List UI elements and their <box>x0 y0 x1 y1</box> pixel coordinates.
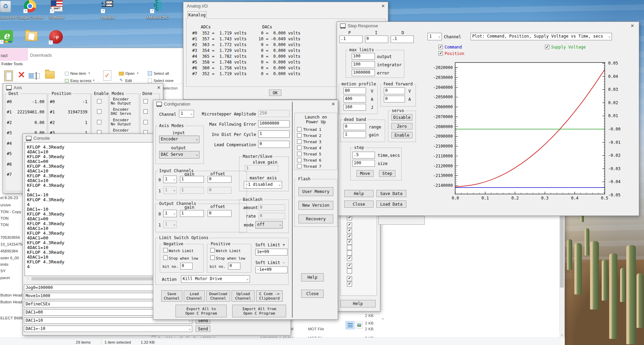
list-chevron-icon[interactable]: ⌄ <box>381 316 384 320</box>
io-bit-checkbox[interactable] <box>347 234 352 239</box>
console-command-input[interactable]: DAC1=00 <box>24 309 192 316</box>
servo-enable-button[interactable]: Enable <box>391 132 412 138</box>
output-row0-gain[interactable]: 1 <box>180 210 204 217</box>
io-help-button[interactable]: Help <box>340 300 376 307</box>
desktop-icon-shiftware[interactable]: SHIFT ➚ Shiftware <box>45 0 69 24</box>
axis-done-checkbox[interactable] <box>143 120 148 124</box>
step-time-input[interactable]: .5 <box>352 152 375 158</box>
ccode-clipboard-button[interactable]: C Code -> Clipboard <box>256 290 283 302</box>
dead-gain-input[interactable]: 1 <box>344 131 366 138</box>
paste-icon[interactable] <box>4 70 13 81</box>
io-bit-checkbox[interactable] <box>347 222 352 227</box>
dead-range-input[interactable]: 0 <box>344 123 366 130</box>
console-command-input[interactable]: DAC1=-10 <box>24 326 192 332</box>
lead-compensation-input[interactable]: 0 <box>258 141 290 148</box>
hscroll-left-arrow[interactable]: ‹ <box>26 276 30 281</box>
nav-fragment[interactable]: el 8-26-23 <box>0 196 18 200</box>
console-command-input[interactable]: Move1=1000 <box>24 293 192 299</box>
nav-fragment[interactable]: pacer <box>0 276 10 280</box>
ribbon-easy-access[interactable]: Easy access <box>70 79 92 83</box>
io-bit-checkbox[interactable] <box>347 281 352 287</box>
nav-fragment[interactable]: Button Head <box>0 300 22 304</box>
export-all-button[interactable]: Export All to Open C Program <box>176 305 227 317</box>
explorer-scrollbar[interactable] <box>559 85 564 332</box>
max-output-input[interactable]: 100 <box>352 53 375 60</box>
rename-icon[interactable] <box>29 73 40 79</box>
nav-fragment[interactable]: TON <box>0 216 9 221</box>
console-log-area[interactable] <box>25 142 289 276</box>
ribbon-select-none[interactable]: Select none <box>154 79 173 83</box>
ribbon-edit[interactable]: Edit <box>125 79 132 83</box>
io-bit-checkbox[interactable] <box>347 256 352 261</box>
servo-disable-button[interactable]: Disable <box>391 114 412 121</box>
thread-checkbox[interactable] <box>297 152 302 156</box>
pos-stop-low-checkbox[interactable] <box>210 256 215 260</box>
ribbon-select-all[interactable]: Select all <box>154 71 169 76</box>
nav-fragment[interactable]: SY <box>0 269 5 273</box>
file-name-fragment[interactable]: 026 <box>213 327 220 331</box>
axis-done-checkbox[interactable] <box>143 99 148 104</box>
io-bit-checkbox[interactable] <box>347 268 352 274</box>
nav-fragment[interactable]: Button Head <box>0 293 22 298</box>
backlash-mode-dropdown[interactable]: off <box>255 221 283 229</box>
desktop-icon-p-chat[interactable]: :-p ➚ <box>48 30 65 46</box>
config-close-button[interactable]: Close <box>301 290 324 298</box>
channel-dropdown[interactable]: 1 <box>428 33 442 40</box>
io-bit-checkbox[interactable] <box>347 228 352 233</box>
console-send-button[interactable]: Send <box>196 285 210 291</box>
supply-voltage-checkbox[interactable] <box>545 45 549 49</box>
file-name[interactable]: Small Motor On Big Card 2026-Y <box>158 336 215 341</box>
desktop-icon-folder[interactable] <box>24 30 40 46</box>
console-hscrollbar[interactable] <box>25 276 288 281</box>
io-bit-checkbox[interactable] <box>347 250 352 256</box>
download-channel-button[interactable]: Download Channel <box>206 290 230 302</box>
ribbon-new-item[interactable]: New item <box>70 71 86 76</box>
output-mode-dropdown[interactable]: DAC Servo <box>159 151 199 158</box>
load-channel-button[interactable]: Load Channel <box>184 290 205 302</box>
io-bit-checkbox[interactable] <box>347 276 352 281</box>
master-axis-dropdown[interactable]: -1 disabled <box>244 181 282 189</box>
console-send-button[interactable]: Send <box>196 293 210 299</box>
slave-gain-input[interactable]: 1 <box>245 165 278 172</box>
io-bit-checkbox[interactable] <box>347 239 352 245</box>
delete-icon[interactable]: ✕ <box>16 70 27 81</box>
inv-dist-input[interactable]: 1 <box>258 130 290 138</box>
axis-done-checkbox[interactable] <box>143 109 148 114</box>
scrollbar-down-arrow[interactable]: ⌄ <box>559 332 564 337</box>
save-data-button[interactable]: Save Data <box>376 190 406 197</box>
axis-enable-checkbox[interactable] <box>97 109 101 114</box>
step-button[interactable]: Step <box>379 170 395 177</box>
accel-input[interactable]: 400 <box>344 96 366 102</box>
config-channel-dropdown[interactable]: 1 <box>179 110 194 118</box>
thread-checkbox[interactable] <box>297 158 302 162</box>
nav-fragment[interactable]: 705303656 <box>0 235 20 240</box>
console-send-button[interactable]: Send <box>196 309 210 316</box>
desktop-icon-recycle-bin[interactable]: ♻ Recycle Bin <box>0 0 18 24</box>
desktop-icon-kmotion[interactable]: DM ✛ ➚ KMotion <box>96 0 120 24</box>
axis-enable-checkbox[interactable] <box>97 130 101 135</box>
soft-limit-minus-input[interactable]: -1e+09 <box>255 266 288 273</box>
upload-channel-button[interactable]: Upload Channel <box>232 290 255 302</box>
thread-checkbox[interactable] <box>297 133 302 138</box>
i-input[interactable]: 0 <box>365 36 388 43</box>
io-bit-checkbox[interactable] <box>347 263 352 268</box>
view-details-toggle[interactable] <box>346 321 354 329</box>
ff-velocity-input[interactable]: 0 <box>384 87 405 94</box>
axis-enable-checkbox[interactable] <box>97 120 101 124</box>
neg-bit-input[interactable]: 0 <box>180 263 193 270</box>
desktop-icon-internet-explorer[interactable]: e ➚ <box>0 30 16 46</box>
nav-fragment[interactable]: ELECT B688 <box>0 316 23 320</box>
properties-icon[interactable]: ✓ <box>103 70 111 81</box>
nav-fragment[interactable]: ursive <box>0 203 11 207</box>
input-mode-dropdown[interactable]: Encoder <box>159 136 199 143</box>
user-memory-button[interactable]: User Memory <box>298 187 333 196</box>
view-thumbnails-toggle[interactable] <box>356 322 363 329</box>
nav-fragment[interactable]: imits <box>0 262 9 267</box>
input-row0-channel[interactable]: 1 <box>163 176 177 183</box>
console-send-button[interactable]: Send <box>196 326 210 332</box>
jerk-input[interactable]: 160 <box>344 104 366 111</box>
nav-fragment[interactable]: TON <box>0 223 9 227</box>
ribbon-open[interactable]: Open <box>125 71 135 76</box>
servo-zero-button[interactable]: Zero <box>391 123 412 129</box>
console-send-button[interactable]: Send <box>196 317 210 324</box>
